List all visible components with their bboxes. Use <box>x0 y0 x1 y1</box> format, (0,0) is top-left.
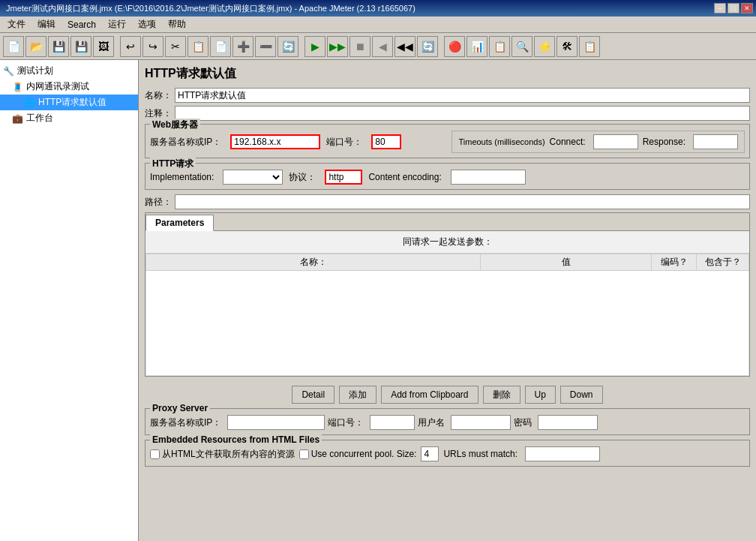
action-buttons: Detail 添加 Add from Clipboard 删除 Up Down <box>145 381 750 408</box>
sidebar-item-http-defaults[interactable]: 🌐 HTTP请求默认值 <box>0 95 138 110</box>
title-bar-buttons: − □ ✕ <box>714 3 753 14</box>
port-label: 端口号： <box>326 136 362 149</box>
checkbox2-input[interactable] <box>299 449 309 459</box>
toolbar-expand[interactable]: ➕ <box>232 36 254 57</box>
menu-edit[interactable]: 编辑 <box>32 17 62 32</box>
close-button[interactable]: ✕ <box>741 3 753 14</box>
server-label: 服务器名称或IP： <box>150 136 221 149</box>
toolbar-collapse[interactable]: ➖ <box>255 36 276 57</box>
web-server-row: 服务器名称或IP： 端口号： Timeouts (milliseconds) C… <box>150 131 745 153</box>
delete-button[interactable]: 删除 <box>483 386 520 404</box>
toolbar-find[interactable]: 🔍 <box>512 36 532 57</box>
toolbar-refresh[interactable]: 🔄 <box>278 36 298 57</box>
path-label: 路径： <box>145 196 172 209</box>
name-row: 名称： <box>145 88 750 103</box>
encoding-input[interactable] <box>451 170 526 185</box>
toolbar-stop[interactable]: ⏹ <box>350 36 370 57</box>
port-input[interactable] <box>371 134 401 149</box>
protocol-label: 协议： <box>289 171 316 184</box>
tab-parameters[interactable]: Parameters <box>146 215 214 231</box>
name-input[interactable] <box>175 88 750 103</box>
toolbar-shutdown[interactable]: ◀ <box>372 36 393 57</box>
implementation-select[interactable] <box>223 170 283 185</box>
down-button[interactable]: Down <box>560 386 603 404</box>
toolbar-start[interactable]: ▶ <box>304 36 326 57</box>
toolbar-aggregate[interactable]: 📊 <box>466 36 488 57</box>
proxy-password-input[interactable] <box>538 415 598 430</box>
parameters-tab-area: Parameters 同请求一起发送参数： 名称： 值 编码？ 包含于？ <box>145 212 750 377</box>
toolbar-favorite[interactable]: ⭐ <box>534 36 555 57</box>
toolbar-paste[interactable]: 📄 <box>210 36 231 57</box>
toolbar-new[interactable]: 📄 <box>3 36 24 57</box>
detail-button[interactable]: Detail <box>292 386 334 404</box>
minimize-button[interactable]: − <box>714 3 726 14</box>
connect-label: Connect: <box>550 137 586 147</box>
test-plan-icon: 🔧 <box>3 66 14 77</box>
sidebar-item-workbench[interactable]: 💼 工作台 <box>0 110 138 126</box>
menu-options[interactable]: 选项 <box>132 17 162 32</box>
comment-input[interactable] <box>175 106 750 121</box>
maximize-button[interactable]: □ <box>728 3 740 14</box>
menu-bar: 文件 编辑 Search 运行 选项 帮助 <box>0 17 756 33</box>
comment-row: 注释： <box>145 106 750 121</box>
toolbar-remote-start[interactable]: ◀◀ <box>394 36 416 57</box>
response-input[interactable] <box>693 134 738 149</box>
add-clipboard-button[interactable]: Add from Clipboard <box>381 386 478 404</box>
toolbar-redo[interactable]: ↪ <box>142 36 164 57</box>
server-input[interactable] <box>230 134 320 149</box>
toolbar-undo[interactable]: ↩ <box>120 36 141 57</box>
path-row: 路径： <box>145 194 750 209</box>
sidebar-item-intranet[interactable]: 🧵 内网通讯录测试 <box>0 79 138 95</box>
toolbar-extra[interactable]: 📋 <box>579 36 600 57</box>
proxy-user-input[interactable] <box>451 415 511 430</box>
toolbar-start-nopauses[interactable]: ▶▶ <box>327 36 348 57</box>
toolbar-clipboard2[interactable]: 📋 <box>489 36 510 57</box>
urls-input[interactable] <box>525 446 600 461</box>
up-button[interactable]: Up <box>525 386 556 404</box>
name-label: 名称： <box>145 89 172 102</box>
params-body <box>146 271 749 376</box>
timeouts-label: Timeouts (milliseconds) <box>458 137 544 146</box>
http-request-row: Implementation: 协议： Content encoding: <box>150 170 745 185</box>
sidebar-item-test-plan[interactable]: 🔧 测试计划 <box>0 63 138 79</box>
http-request-section: HTTP请求 Implementation: 协议： Content encod… <box>145 163 750 190</box>
response-label: Response: <box>643 137 686 147</box>
toolbar-cut[interactable]: ✂ <box>165 36 186 57</box>
proxy-port-label: 端口号： <box>328 416 364 429</box>
checkbox1-input[interactable] <box>150 449 160 459</box>
menu-help[interactable]: 帮助 <box>162 17 192 32</box>
pool-size-input[interactable] <box>421 446 439 461</box>
toolbar-remote-stop[interactable]: 🔄 <box>417 36 438 57</box>
menu-file[interactable]: 文件 <box>2 17 32 32</box>
path-input[interactable] <box>175 194 750 209</box>
col-encode: 编码？ <box>652 254 697 271</box>
toolbar-save[interactable]: 💾 <box>48 36 69 57</box>
tab-header: Parameters <box>146 213 749 231</box>
menu-run[interactable]: 运行 <box>102 17 132 32</box>
params-center-text: 同请求一起发送参数： <box>146 231 749 254</box>
title-bar: Jmeter测试内网接口案例.jmx (E:\F\2016\2016.2\Jme… <box>0 0 756 17</box>
proxy-password-label: 密码 <box>514 416 532 429</box>
timeouts-section: Timeouts (milliseconds) Connect: Respons… <box>452 131 745 153</box>
proxy-server-input[interactable] <box>227 415 325 430</box>
proxy-port-input[interactable] <box>370 415 415 430</box>
encoding-label: Content encoding: <box>368 172 441 182</box>
web-server-section: Web服务器 服务器名称或IP： 端口号： Timeouts (millisec… <box>145 124 750 158</box>
toolbar: 📄 📂 💾 💾 🖼 ↩ ↪ ✂ 📋 📄 ➕ ➖ 🔄 ▶ ▶▶ ⏹ ◀ ◀◀ 🔄 … <box>0 33 756 60</box>
checkbox1-label: 从HTML文件获取所有内容的资源 <box>150 448 295 461</box>
toolbar-open[interactable]: 📂 <box>26 36 46 57</box>
connect-input[interactable] <box>593 134 638 149</box>
add-button[interactable]: 添加 <box>339 386 376 404</box>
toolbar-saveas[interactable]: 💾 <box>70 36 92 57</box>
sidebar-label-intranet: 内网通讯录测试 <box>26 80 89 93</box>
workbench-icon: 💼 <box>12 113 23 124</box>
toolbar-settings[interactable]: 🛠 <box>556 36 578 57</box>
col-value: 值 <box>481 254 652 271</box>
toolbar-clear[interactable]: 🔴 <box>444 36 465 57</box>
toolbar-img[interactable]: 🖼 <box>93 36 114 57</box>
content-area: HTTP请求默认值 名称： 注释： Web服务器 服务器名称或IP： 端口号： … <box>139 60 756 541</box>
web-server-legend: Web服务器 <box>150 119 200 131</box>
menu-search[interactable]: Search <box>62 18 102 32</box>
protocol-input[interactable] <box>325 170 362 185</box>
toolbar-copy[interactable]: 📋 <box>188 36 208 57</box>
